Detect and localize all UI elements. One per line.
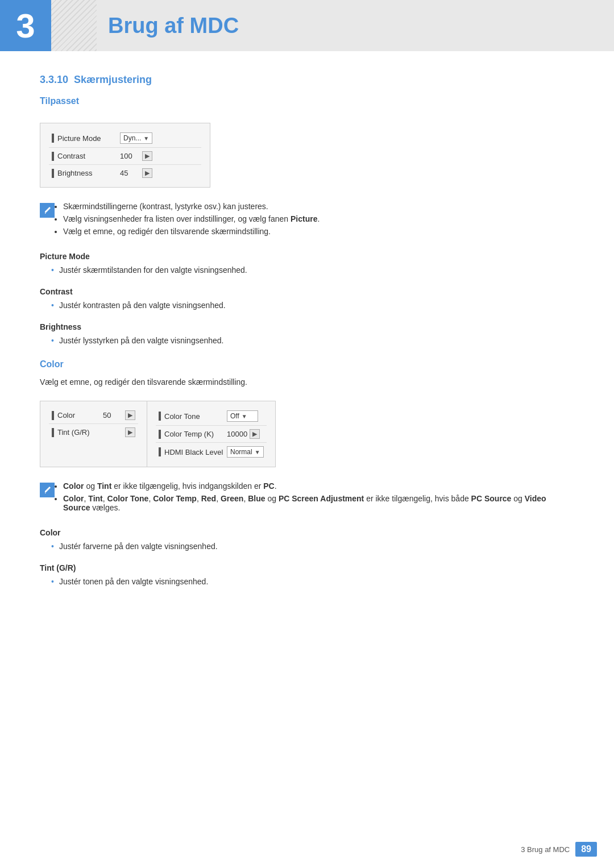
tint-sub-label: Tint (G/R) xyxy=(40,563,574,572)
note-icon xyxy=(40,203,55,218)
dropdown-arrow-icon: ▼ xyxy=(143,135,149,142)
chapter-header: 3 Brug af MDC xyxy=(0,0,614,51)
brightness-row: Brightness 45 ▶ xyxy=(49,165,201,181)
pencil-icon xyxy=(43,485,52,495)
color-control: 50 ▶ xyxy=(103,410,135,420)
bullet-item: Justér kontrasten på den valgte visnings… xyxy=(51,301,574,310)
bullet-item: Justér skærmtilstanden for den valgte vi… xyxy=(51,265,574,275)
color-temp-row: Color Temp (K) 10000 ▶ xyxy=(156,426,267,443)
page-content: 3.3.10 Skærmjustering Tilpasset Picture … xyxy=(0,74,614,637)
brightness-value: 45 xyxy=(120,169,140,177)
picture-mode-dropdown[interactable]: Dyn... ▼ xyxy=(120,132,152,144)
hdmi-black-row: HDMI Black Level Normal ▼ xyxy=(156,443,267,461)
tilpasset-title: Tilpasset xyxy=(40,96,574,106)
contrast-control: 100 ▶ xyxy=(120,151,152,161)
bar-indicator xyxy=(52,134,54,143)
contrast-increment[interactable]: ▶ xyxy=(142,151,152,161)
color-right-col: Color Tone Off ▼ Color Temp (K) 10000 xyxy=(147,401,275,467)
color-temp-label: Color Temp (K) xyxy=(159,430,227,439)
color-section-title: Color xyxy=(40,359,574,369)
color-notes: Color og Tint er ikke tilgængelig, hvis … xyxy=(60,481,574,516)
color-row: Color 50 ▶ xyxy=(49,407,138,424)
tint-label: Tint (G/R) xyxy=(52,428,103,437)
chapter-title: Brug af MDC xyxy=(97,14,239,38)
bar-indicator xyxy=(159,447,161,456)
note-item: Skærmindstillingerne (kontrast, lystyrke… xyxy=(63,202,320,211)
contrast-section-label: Contrast xyxy=(40,287,574,296)
bar-indicator xyxy=(159,412,161,421)
brightness-bullets: Justér lysstyrken på den valgte visnings… xyxy=(40,336,574,345)
color-sub-bullets: Justér farverne på den valgte visningsen… xyxy=(40,542,574,551)
picture-mode-label: Picture Mode xyxy=(52,134,120,143)
footer-text: 3 Brug af MDC xyxy=(521,845,570,854)
color-left-col: Color 50 ▶ Tint (G/R) ▶ xyxy=(40,401,147,467)
page-number: 89 xyxy=(575,842,597,857)
color-increment[interactable]: ▶ xyxy=(125,410,135,420)
bullet-item: Justér tonen på den valgte visningsenhed… xyxy=(51,577,574,586)
color-intro: Vælg et emne, og redigér den tilsvarende… xyxy=(40,377,574,387)
tint-row: Tint (G/R) ▶ xyxy=(49,424,138,441)
picture-mode-control[interactable]: Dyn... ▼ xyxy=(120,132,152,144)
picture-mode-bullets: Justér skærmtilstanden for den valgte vi… xyxy=(40,265,574,275)
hdmi-black-value: Normal xyxy=(230,448,252,456)
color-tone-dropdown[interactable]: Off ▼ xyxy=(227,410,258,422)
tilpasset-ui-panel: Picture Mode Dyn... ▼ Contrast 100 ▶ xyxy=(40,123,210,188)
bullet-item: Justér farverne på den valgte visningsen… xyxy=(51,542,574,551)
tint-increment[interactable]: ▶ xyxy=(125,427,135,437)
color-sub-label: Color xyxy=(40,528,574,537)
color-temp-control: 10000 ▶ xyxy=(227,429,260,439)
note-icon xyxy=(40,483,55,497)
note-item: Color, Tint, Color Tone, Color Temp, Red… xyxy=(63,494,574,512)
pencil-icon xyxy=(43,206,52,215)
brightness-control: 45 ▶ xyxy=(120,168,152,178)
chapter-number: 3 xyxy=(0,0,51,51)
tint-sub-bullets: Justér tonen på den valgte visningsenhed… xyxy=(40,577,574,586)
color-note-box: Color og Tint er ikke tilgængelig, hvis … xyxy=(40,481,574,516)
bar-indicator xyxy=(52,169,54,178)
brightness-increment[interactable]: ▶ xyxy=(142,168,152,178)
hdmi-black-control[interactable]: Normal ▼ xyxy=(227,446,264,458)
picture-mode-row: Picture Mode Dyn... ▼ xyxy=(49,129,201,148)
bar-indicator xyxy=(52,428,54,437)
color-value: 50 xyxy=(103,411,123,420)
color-tone-control[interactable]: Off ▼ xyxy=(227,410,258,422)
bullet-item: Justér lysstyrken på den valgte visnings… xyxy=(51,336,574,345)
contrast-row: Contrast 100 ▶ xyxy=(49,148,201,165)
dropdown-arrow-icon: ▼ xyxy=(255,449,260,455)
hdmi-black-dropdown[interactable]: Normal ▼ xyxy=(227,446,264,458)
color-temp-value: 10000 xyxy=(227,430,247,438)
tint-control: ▶ xyxy=(103,427,135,437)
color-temp-increment[interactable]: ▶ xyxy=(250,429,260,439)
contrast-label: Contrast xyxy=(52,152,120,161)
note-item: Vælg visningsenheder fra listen over ind… xyxy=(63,214,320,223)
picture-mode-section-label: Picture Mode xyxy=(40,252,574,261)
color-ui-panel: Color 50 ▶ Tint (G/R) ▶ xyxy=(40,401,276,467)
color-tone-row: Color Tone Off ▼ xyxy=(156,407,267,426)
note-item: Vælg et emne, og redigér den tilsvarende… xyxy=(63,227,320,236)
section-title: 3.3.10 Skærmjustering xyxy=(40,74,574,86)
page-footer: 3 Brug af MDC 89 xyxy=(521,842,597,857)
tilpasset-note-box: Skærmindstillingerne (kontrast, lystyrke… xyxy=(40,202,574,239)
bar-indicator xyxy=(52,411,54,420)
brightness-section-label: Brightness xyxy=(40,322,574,331)
tilpasset-notes: Skærmindstillingerne (kontrast, lystyrke… xyxy=(60,202,320,239)
bar-indicator xyxy=(159,430,161,439)
color-tone-label: Color Tone xyxy=(159,412,227,421)
color-label: Color xyxy=(52,411,103,420)
contrast-value: 100 xyxy=(120,152,140,160)
brightness-label: Brightness xyxy=(52,169,120,178)
contrast-bullets: Justér kontrasten på den valgte visnings… xyxy=(40,301,574,310)
note-item: Color og Tint er ikke tilgængelig, hvis … xyxy=(63,481,574,491)
bar-indicator xyxy=(52,152,54,161)
header-decoration xyxy=(51,0,97,51)
dropdown-arrow-icon: ▼ xyxy=(242,413,247,420)
hdmi-black-label: HDMI Black Level xyxy=(159,447,227,456)
